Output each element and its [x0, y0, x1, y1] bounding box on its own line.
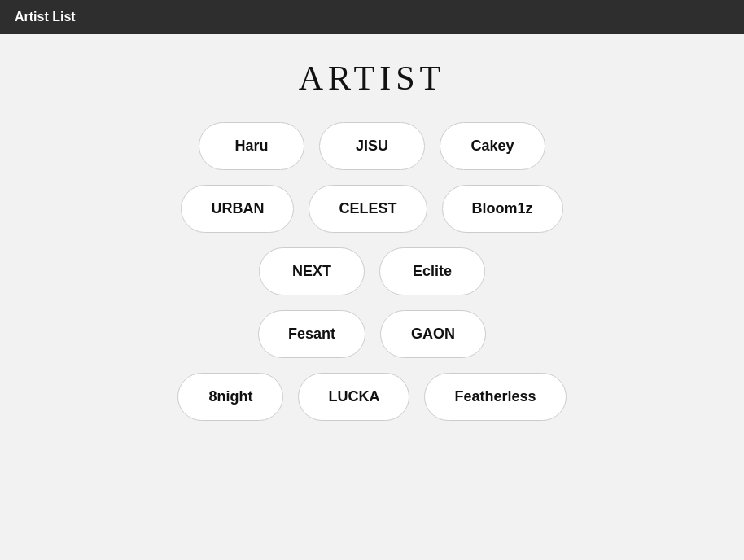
title-bar-label: Artist List: [15, 10, 76, 24]
artist-grid: HaruJISUCakeyURBANCELESTBloom1zNEXTEclit…: [177, 122, 566, 421]
artist-btn-celest[interactable]: CELEST: [309, 185, 427, 233]
artist-row-2: NEXTEclite: [259, 247, 485, 295]
title-bar: Artist List: [0, 0, 744, 34]
artist-btn-lucka[interactable]: LUCKA: [298, 373, 409, 421]
main-content: ARTIST HaruJISUCakeyURBANCELESTBloom1zNE…: [0, 34, 744, 421]
artist-btn-fesant[interactable]: Fesant: [258, 310, 365, 358]
artist-row-0: HaruJISUCakey: [199, 122, 545, 170]
artist-btn-bloom1z[interactable]: Bloom1z: [442, 185, 563, 233]
artist-heading: ARTIST: [299, 59, 445, 98]
artist-row-4: 8nightLUCKAFeatherless: [177, 373, 566, 421]
artist-row-3: FesantGAON: [258, 310, 486, 358]
artist-btn-urban[interactable]: URBAN: [181, 185, 294, 233]
artist-btn-cakey[interactable]: Cakey: [440, 122, 545, 170]
artist-btn-haru[interactable]: Haru: [199, 122, 304, 170]
artist-btn-gaon[interactable]: GAON: [380, 310, 486, 358]
artist-btn-eclite[interactable]: Eclite: [379, 247, 485, 295]
artist-btn-next[interactable]: NEXT: [259, 247, 365, 295]
artist-btn-8night[interactable]: 8night: [177, 373, 283, 421]
artist-btn-featherless[interactable]: Featherless: [424, 373, 566, 421]
artist-btn-jisu[interactable]: JISU: [319, 122, 425, 170]
artist-row-1: URBANCELESTBloom1z: [181, 185, 562, 233]
